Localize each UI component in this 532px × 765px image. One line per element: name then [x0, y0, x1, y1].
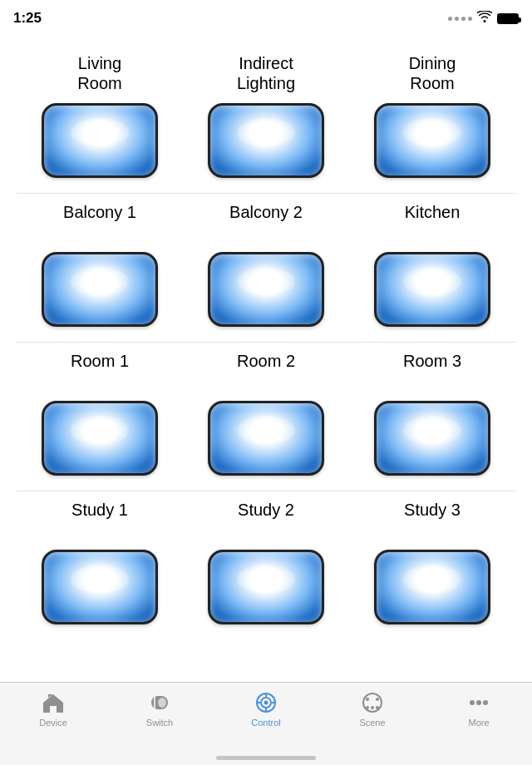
grid-cell-study-3: Study 3 [349, 491, 515, 639]
indirect-lighting-label: IndirectLighting [237, 53, 295, 95]
signal-icon [448, 17, 472, 21]
grid-cell-balcony-2: Balcony 2 [183, 194, 349, 343]
tab-device-label: Device [39, 718, 67, 728]
svg-point-18 [483, 700, 488, 705]
grid-cell-indirect-lighting: IndirectLighting [183, 45, 349, 194]
grid-cell-room-3: Room 3 [349, 343, 515, 491]
balcony-1-label: Balcony 1 [63, 202, 136, 244]
status-bar: 1:25 [0, 0, 532, 37]
grid-cell-living-room: LivingRoom [17, 45, 183, 194]
grid-cell-room-2: Room 2 [183, 343, 349, 491]
grid-container: LivingRoom IndirectLighting DiningRoom B… [17, 45, 515, 639]
svg-rect-1 [158, 698, 166, 708]
room-3-label: Room 3 [403, 351, 461, 392]
indirect-lighting-button[interactable] [208, 103, 324, 178]
study-2-label: Study 2 [238, 500, 294, 541]
more-icon [466, 691, 492, 714]
dining-room-label: DiningRoom [409, 53, 456, 95]
grid-cell-room-1: Room 1 [17, 343, 183, 491]
study-3-button[interactable] [374, 550, 490, 624]
kitchen-label: Kitchen [405, 202, 461, 244]
room-2-button[interactable] [208, 401, 324, 476]
status-icons [448, 11, 519, 26]
study-2-button[interactable] [208, 550, 324, 624]
tab-control-label: Control [251, 718, 280, 728]
svg-point-14 [366, 706, 369, 709]
room-2-label: Room 2 [237, 351, 295, 392]
living-room-button[interactable] [42, 103, 158, 178]
tab-switch-label: Switch [146, 718, 173, 728]
tab-scene[interactable]: Scene [319, 689, 426, 728]
dining-room-button[interactable] [374, 103, 490, 178]
kitchen-button[interactable] [374, 252, 490, 327]
tab-more-label: More [468, 718, 489, 728]
svg-point-11 [366, 698, 369, 701]
svg-point-17 [476, 700, 481, 705]
wifi-icon [477, 11, 492, 26]
svg-point-12 [376, 698, 379, 701]
svg-point-13 [371, 706, 374, 709]
tab-switch[interactable]: Switch [106, 689, 213, 728]
battery-icon [497, 13, 519, 24]
svg-point-16 [470, 700, 475, 705]
balcony-1-button[interactable] [42, 252, 158, 327]
study-1-label: Study 1 [71, 500, 128, 541]
room-1-button[interactable] [42, 401, 158, 476]
tab-device[interactable]: Device [0, 689, 106, 728]
room-3-button[interactable] [374, 401, 490, 476]
study-1-button[interactable] [42, 550, 158, 624]
tab-bar: Device Switch Control [0, 682, 532, 765]
balcony-2-label: Balcony 2 [229, 202, 303, 244]
grid-cell-kitchen: Kitchen [349, 194, 515, 343]
balcony-2-button[interactable] [208, 252, 324, 327]
grid-cell-balcony-1: Balcony 1 [17, 194, 183, 343]
svg-point-5 [264, 701, 268, 705]
status-time: 1:25 [13, 10, 42, 27]
grid-cell-study-2: Study 2 [183, 491, 349, 639]
home-indicator [216, 756, 316, 760]
house-icon [40, 691, 66, 714]
tab-scene-label: Scene [359, 718, 385, 728]
tab-control[interactable]: Control [213, 689, 319, 728]
living-room-label: LivingRoom [77, 53, 121, 95]
svg-point-15 [376, 706, 379, 709]
tab-more[interactable]: More [426, 689, 532, 728]
control-icon [253, 691, 279, 714]
light-grid: LivingRoom IndirectLighting DiningRoom B… [0, 37, 532, 648]
study-3-label: Study 3 [404, 500, 461, 541]
switch-icon [146, 691, 173, 714]
grid-cell-dining-room: DiningRoom [349, 45, 515, 194]
room-1-label: Room 1 [71, 351, 129, 392]
scene-icon [359, 691, 386, 714]
grid-cell-study-1: Study 1 [17, 491, 183, 639]
